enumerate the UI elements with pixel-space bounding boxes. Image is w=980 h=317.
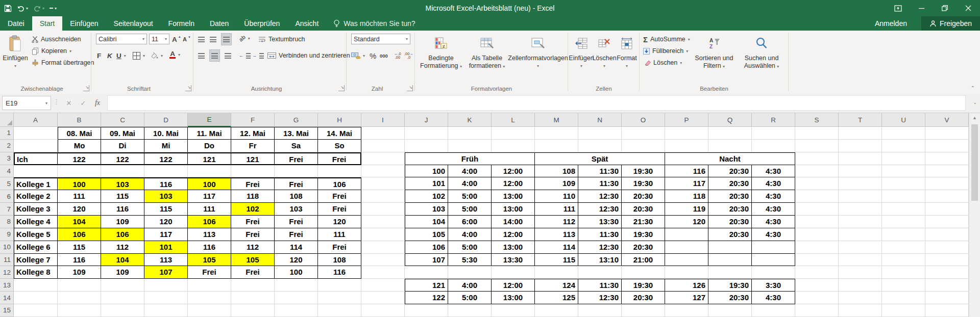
cell-R4[interactable]: 4:30 [752, 165, 795, 178]
cell-O12[interactable] [622, 266, 665, 279]
bold-button[interactable]: F [97, 50, 101, 61]
cell-S9[interactable] [795, 228, 839, 241]
copy-button[interactable]: Kopieren ▾ [32, 45, 71, 57]
cell-I12[interactable] [361, 266, 405, 279]
undo-caret-icon[interactable]: ▾ [26, 6, 28, 11]
cell-D11[interactable]: 113 [144, 254, 188, 267]
cell-B11[interactable]: 116 [58, 254, 101, 267]
cell-T15[interactable] [839, 304, 882, 317]
column-header-L[interactable]: L [492, 113, 535, 127]
cell-L10[interactable]: 13:00 [492, 241, 535, 254]
cell-K4[interactable]: 4:00 [448, 165, 492, 178]
cell-O14[interactable]: 20:30 [622, 292, 665, 304]
cell-U3[interactable] [882, 152, 925, 165]
cell-S13[interactable] [795, 279, 839, 292]
cell-D9[interactable]: 117 [144, 228, 188, 241]
scroll-up-icon[interactable]: ▲ [969, 115, 980, 120]
cell-G11[interactable]: 120 [275, 254, 318, 267]
cell-E6[interactable]: 117 [188, 190, 231, 203]
align-bottom-button[interactable] [222, 34, 231, 45]
cell-G5[interactable]: Frei [275, 177, 318, 190]
cell-N9[interactable]: 11:30 [578, 228, 622, 241]
cell-I11[interactable] [361, 254, 405, 267]
cell-K10[interactable]: 5:00 [448, 241, 492, 254]
cell-F6[interactable]: 118 [231, 190, 275, 203]
cell-L6[interactable]: 13:00 [492, 190, 535, 203]
cell-K2[interactable] [448, 140, 492, 152]
cell-U2[interactable] [882, 140, 925, 152]
cell-B4[interactable] [58, 165, 101, 178]
cell-Q5[interactable]: 20:30 [708, 177, 752, 190]
close-button[interactable] [957, 0, 980, 16]
cell-P2[interactable] [665, 140, 708, 152]
cell-V6[interactable] [925, 190, 969, 203]
cell-C11[interactable]: 104 [101, 254, 144, 267]
cell-D2[interactable]: Mi [144, 140, 188, 152]
cell-F10[interactable]: 112 [231, 241, 275, 254]
row-header-5[interactable]: 5 [0, 177, 14, 190]
cell-M8[interactable]: 112 [535, 216, 578, 228]
fill-button[interactable]: Füllbereich▾ [643, 45, 688, 57]
cell-S15[interactable] [795, 304, 839, 317]
cell-P7[interactable]: 119 [665, 203, 708, 216]
insert-cells-button[interactable]: Einfügen ▾ [570, 32, 593, 85]
cell-F11[interactable]: 105 [231, 254, 275, 267]
cell-U11[interactable] [882, 254, 925, 267]
alignment-dialog-launcher-icon[interactable]: ↘ [338, 85, 345, 91]
cell-J15[interactable] [405, 304, 448, 317]
cell-D13[interactable] [144, 279, 188, 292]
increase-indent-button[interactable]: → [252, 50, 264, 61]
cell-O5[interactable]: 19:30 [622, 177, 665, 190]
cell-O10[interactable]: 20:30 [622, 241, 665, 254]
cell-F2[interactable]: Fr [231, 140, 275, 152]
cell-R11[interactable] [752, 254, 795, 267]
tab-start[interactable]: Start [32, 16, 63, 31]
cell-C13[interactable] [101, 279, 144, 292]
align-right-button[interactable] [225, 50, 231, 61]
font-size-combo[interactable]: 11▾ [149, 34, 169, 44]
cell-K11[interactable]: 5:30 [448, 254, 492, 267]
cell-B3[interactable]: 122 [58, 152, 101, 165]
cell-F14[interactable] [231, 292, 275, 304]
cell-O1[interactable] [622, 127, 665, 140]
save-icon[interactable] [4, 5, 12, 12]
cell-H4[interactable] [318, 165, 361, 178]
cell-G15[interactable] [275, 304, 318, 317]
cell-T6[interactable] [839, 190, 882, 203]
cell-R9[interactable]: 4:30 [752, 228, 795, 241]
cell-P1[interactable] [665, 127, 708, 140]
formula-bar-expand-icon[interactable]: ⌄ [973, 100, 977, 105]
cell-T7[interactable] [839, 203, 882, 216]
cell-M1[interactable] [535, 127, 578, 140]
cell-I4[interactable] [361, 165, 405, 178]
cell-N14[interactable]: 12:30 [578, 292, 622, 304]
cell-I1[interactable] [361, 127, 405, 140]
column-header-B[interactable]: B [58, 113, 101, 127]
cell-I14[interactable] [361, 292, 405, 304]
cell-T12[interactable] [839, 266, 882, 279]
cell-O8[interactable]: 21:30 [622, 216, 665, 228]
cell-B6[interactable]: 111 [58, 190, 101, 203]
row-header-14[interactable]: 14 [0, 292, 14, 304]
cell-K12[interactable] [448, 266, 492, 279]
merge-center-button[interactable]: Verbinden und zentrieren ▾ [267, 50, 355, 61]
cell-U7[interactable] [882, 203, 925, 216]
cell-E4[interactable] [188, 165, 231, 178]
cell-J6[interactable]: 102 [405, 190, 448, 203]
format-as-table-button[interactable]: Als Tabelle formatieren ▾ [465, 32, 508, 85]
column-header-O[interactable]: O [622, 113, 665, 127]
cell-L14[interactable]: 13:00 [492, 292, 535, 304]
orientation-button[interactable]: ab▾ [239, 33, 250, 44]
column-header-K[interactable]: K [448, 113, 492, 127]
cell-P6[interactable]: 118 [665, 190, 708, 203]
cell-I7[interactable] [361, 203, 405, 216]
cell-G9[interactable]: Frei [275, 228, 318, 241]
cell-P10[interactable] [665, 241, 708, 254]
cell-O2[interactable] [622, 140, 665, 152]
cell-T2[interactable] [839, 140, 882, 152]
cell-Q1[interactable] [708, 127, 752, 140]
formula-input[interactable] [107, 95, 966, 111]
cell-B10[interactable]: 115 [58, 241, 101, 254]
cell-T8[interactable] [839, 216, 882, 228]
cell-T3[interactable] [839, 152, 882, 165]
